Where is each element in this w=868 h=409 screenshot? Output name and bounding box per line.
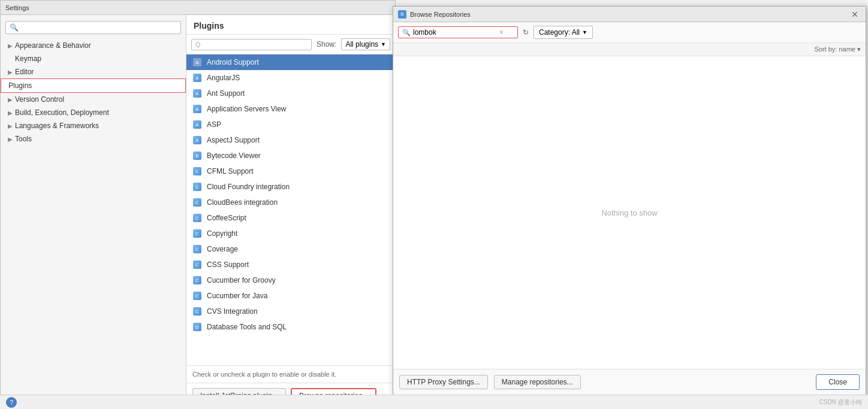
- watermark-text: CSDN @童小纯: [819, 398, 862, 407]
- plugin-item-android-support[interactable]: A Android Support: [186, 54, 395, 70]
- sidebar-item-label: Build, Execution, Deployment: [15, 108, 109, 117]
- plugin-item-bytecode-viewer[interactable]: B Bytecode Viewer: [186, 148, 395, 163]
- plugin-icon-square: A: [193, 120, 201, 129]
- plugin-item-cfml-support[interactable]: C CFML Support: [186, 163, 395, 179]
- dialog-footer: HTTP Proxy Settings... Manage repositori…: [393, 369, 866, 395]
- browse-repositories-dialog: B Browse Repositories ✕ 🔍 × ↻ Category: …: [393, 6, 866, 395]
- plugin-item-database-tools[interactable]: D Database Tools and SQL: [186, 319, 395, 335]
- plugin-item-cvs-integration[interactable]: C CVS Integration: [186, 304, 395, 319]
- plugin-icon-square: C: [193, 307, 201, 316]
- plugin-icon: B: [192, 151, 202, 160]
- plugin-item-asp[interactable]: A ASP: [186, 117, 395, 132]
- chevron-icon: ▶: [8, 123, 13, 129]
- dialog-titlebar-left: B Browse Repositories: [398, 10, 471, 19]
- plugin-icon: C: [192, 182, 202, 192]
- search-clear-icon[interactable]: ×: [499, 28, 504, 37]
- plugins-header: Plugins: [186, 15, 395, 35]
- chevron-icon: ▶: [8, 96, 13, 103]
- manage-repositories-button[interactable]: Manage repositories...: [494, 375, 581, 389]
- dialog-close-x-button[interactable]: ✕: [849, 8, 861, 20]
- plugin-item-cloud-foundry[interactable]: C Cloud Foundry integration: [186, 179, 395, 195]
- sidebar-search-box[interactable]: 🔍: [5, 21, 181, 34]
- plugins-search-box[interactable]: Q·: [191, 39, 312, 50]
- plugin-item-angularjs[interactable]: A AngularJS: [186, 70, 395, 86]
- bottom-bar: ? CSDN @童小纯: [0, 395, 868, 409]
- plugin-icon-square: C: [193, 183, 201, 191]
- plugin-icon-square: A: [193, 74, 201, 82]
- plugin-name: Coverage: [207, 245, 238, 253]
- sidebar-item-languages[interactable]: ▶ Languages & Frameworks: [1, 119, 186, 132]
- plugins-toolbar: Q· Show: All plugins ▼: [186, 35, 395, 54]
- plugin-icon-square: A: [193, 89, 201, 98]
- plugin-name: Cloud Foundry integration: [207, 183, 290, 191]
- repository-search-box[interactable]: 🔍 ×: [398, 26, 518, 38]
- settings-title: Settings: [5, 4, 29, 11]
- plugin-icon: C: [192, 275, 202, 285]
- plugin-icon-square: C: [193, 276, 201, 284]
- plugins-search-icon: Q·: [195, 41, 202, 48]
- plugin-item-coverage[interactable]: C Coverage: [186, 241, 395, 257]
- plugins-footer-text: Check or uncheck a plugin to enable or d…: [192, 371, 336, 378]
- sidebar-item-version-control[interactable]: ▶ Version Control: [1, 93, 186, 106]
- plugin-name: Copyright: [207, 229, 237, 238]
- plugin-item-css-support[interactable]: C CSS Support: [186, 257, 395, 272]
- plugin-item-coffeescript[interactable]: C CoffeeScript: [186, 210, 395, 226]
- sort-label: Sort by: name ▾: [814, 46, 861, 53]
- dialog-content: Nothing to show: [393, 56, 866, 369]
- sidebar-item-label: Plugins: [8, 81, 32, 90]
- show-dropdown[interactable]: All plugins ▼: [341, 38, 390, 50]
- sidebar-item-label: Appearance & Behavior: [15, 41, 91, 50]
- plugin-list: A Android Support A AngularJS A Ant Supp…: [186, 54, 395, 365]
- http-proxy-settings-button[interactable]: HTTP Proxy Settings...: [399, 375, 488, 389]
- plugin-icon: C: [192, 229, 202, 238]
- dialog-close-button[interactable]: Close: [816, 374, 860, 390]
- plugin-name: CSS Support: [207, 260, 249, 269]
- plugin-item-copyright[interactable]: C Copyright: [186, 226, 395, 241]
- plugins-title: Plugins: [194, 21, 224, 31]
- plugin-name: CoffeeScript: [207, 214, 246, 222]
- sidebar-item-build[interactable]: ▶ Build, Execution, Deployment: [1, 106, 186, 119]
- plugin-icon: A: [192, 120, 202, 129]
- sidebar-item-label: Editor: [15, 68, 34, 76]
- help-button[interactable]: ?: [6, 397, 17, 408]
- search-refresh-icon[interactable]: ↻: [523, 28, 529, 37]
- plugin-item-app-servers-view[interactable]: A Application Servers View: [186, 101, 395, 117]
- sidebar-item-tools[interactable]: ▶ Tools: [1, 132, 186, 146]
- plugin-icon: C: [192, 244, 202, 254]
- plugin-icon-square: D: [193, 323, 201, 331]
- plugin-icon: C: [192, 291, 202, 301]
- settings-sidebar: 🔍 ▶ Appearance & Behavior Keymap ▶ Edito…: [1, 15, 186, 408]
- dialog-title: Browse Repositories: [410, 11, 471, 18]
- plugin-icon: C: [192, 307, 202, 316]
- category-dropdown[interactable]: Category: All ▼: [534, 26, 593, 39]
- show-selected-value: All plugins: [345, 40, 378, 49]
- settings-body: 🔍 ▶ Appearance & Behavior Keymap ▶ Edito…: [1, 15, 395, 408]
- repository-search-input[interactable]: [413, 28, 497, 37]
- chevron-icon: ▶: [8, 69, 13, 75]
- sidebar-item-label: Tools: [15, 135, 32, 143]
- plugin-icon: C: [192, 213, 202, 223]
- sidebar-item-label: Languages & Frameworks: [15, 122, 99, 130]
- sidebar-item-plugins[interactable]: Plugins: [1, 78, 186, 93]
- sidebar-item-keymap[interactable]: Keymap: [1, 52, 186, 65]
- sidebar-item-editor[interactable]: ▶ Editor: [1, 65, 186, 78]
- plugin-name: Android Support: [207, 58, 259, 66]
- plugin-name: ASP: [207, 120, 221, 129]
- plugin-item-cucumber-java[interactable]: C Cucumber for Java: [186, 288, 395, 304]
- plugin-icon: C: [192, 166, 202, 176]
- plugin-item-aspectj-support[interactable]: A AspectJ Support: [186, 132, 395, 148]
- plugin-icon-square: A: [193, 105, 201, 113]
- dialog-toolbar: 🔍 × ↻ Category: All ▼: [393, 22, 866, 43]
- category-chevron-icon: ▼: [582, 29, 587, 35]
- sidebar-item-label: Keymap: [15, 54, 41, 63]
- sidebar-search-icon: 🔍: [10, 23, 19, 32]
- plugin-icon: C: [192, 198, 202, 207]
- plugin-item-cucumber-groovy[interactable]: C Cucumber for Groovy: [186, 272, 395, 288]
- plugins-panel: Plugins Q· Show: All plugins ▼ A Android…: [186, 15, 395, 408]
- plugin-icon-square: C: [193, 214, 201, 222]
- plugin-name: Cucumber for Java: [207, 292, 267, 300]
- plugin-item-cloudbees[interactable]: C CloudBees integration: [186, 195, 395, 210]
- sidebar-item-appearance[interactable]: ▶ Appearance & Behavior: [1, 39, 186, 52]
- plugin-name: Cucumber for Groovy: [207, 276, 276, 284]
- plugin-item-ant-support[interactable]: A Ant Support: [186, 86, 395, 101]
